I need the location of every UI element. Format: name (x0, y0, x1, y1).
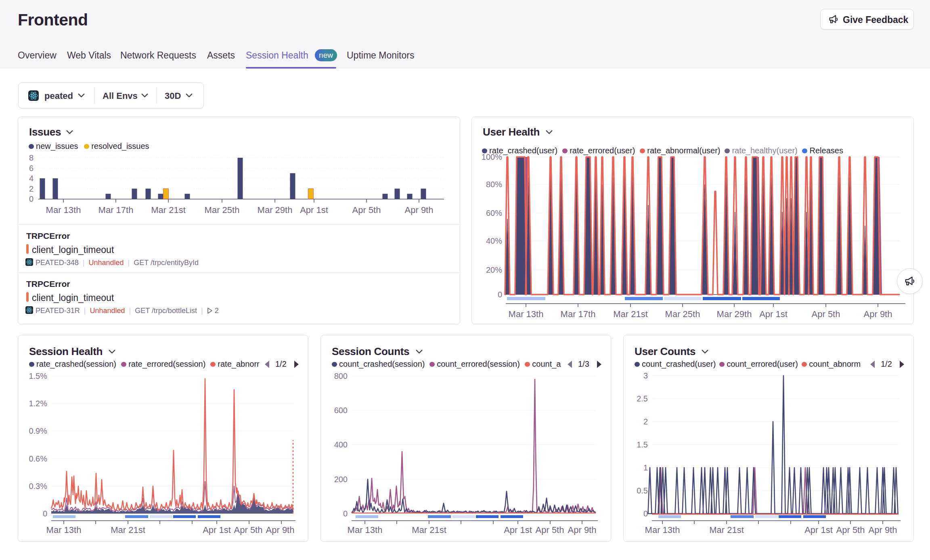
svg-text:2.5: 2.5 (637, 394, 648, 403)
svg-text:2: 2 (643, 417, 648, 426)
svg-text:Apr 5th: Apr 5th (812, 309, 840, 319)
svg-text:20%: 20% (486, 265, 502, 274)
svg-text:Mar 25th: Mar 25th (665, 309, 700, 319)
svg-text:Mar 21st: Mar 21st (613, 309, 648, 319)
svg-text:Apr 9th: Apr 9th (864, 309, 892, 319)
svg-text:Mar 21st: Mar 21st (709, 525, 744, 535)
svg-text:8: 8 (29, 153, 34, 162)
svg-text:1.2%: 1.2% (29, 399, 47, 408)
svg-text:Mar 29th: Mar 29th (717, 309, 752, 319)
svg-text:Apr 9th: Apr 9th (266, 525, 295, 535)
svg-text:Mar 13th: Mar 13th (46, 525, 82, 535)
svg-text:200: 200 (334, 475, 348, 484)
svg-text:Apr 5th: Apr 5th (352, 205, 381, 215)
svg-text:0: 0 (343, 509, 348, 518)
svg-text:4: 4 (29, 174, 34, 183)
svg-text:Mar 17th: Mar 17th (561, 309, 596, 319)
svg-text:40%: 40% (486, 236, 502, 245)
svg-text:Apr 1st: Apr 1st (203, 525, 231, 535)
svg-text:Apr 1st: Apr 1st (759, 309, 788, 319)
svg-text:3: 3 (643, 371, 648, 380)
svg-text:800: 800 (334, 372, 348, 380)
svg-text:1: 1 (643, 463, 648, 472)
svg-text:6: 6 (29, 164, 34, 173)
svg-text:Mar 17th: Mar 17th (98, 205, 134, 215)
svg-text:Mar 21st: Mar 21st (111, 525, 145, 535)
svg-text:0: 0 (29, 194, 34, 203)
svg-text:Mar 13th: Mar 13th (645, 525, 680, 535)
svg-text:Mar 21st: Mar 21st (151, 205, 186, 215)
svg-text:0.9%: 0.9% (29, 426, 47, 435)
svg-text:Apr 5th: Apr 5th (836, 525, 865, 535)
svg-text:Apr 5th: Apr 5th (536, 525, 564, 535)
svg-text:2: 2 (29, 184, 34, 193)
svg-text:Mar 21st: Mar 21st (412, 525, 446, 535)
svg-text:1.5: 1.5 (637, 440, 648, 449)
svg-text:Apr 1st: Apr 1st (504, 525, 532, 535)
svg-text:0.5: 0.5 (637, 486, 648, 495)
svg-text:Mar 13th: Mar 13th (348, 525, 383, 535)
svg-text:80%: 80% (486, 180, 502, 189)
svg-text:600: 600 (334, 406, 348, 415)
svg-text:Mar 29th: Mar 29th (258, 205, 293, 215)
svg-text:Apr 5th: Apr 5th (234, 525, 263, 535)
svg-text:0: 0 (498, 290, 502, 299)
svg-text:0.6%: 0.6% (29, 454, 47, 463)
svg-text:Apr 1st: Apr 1st (804, 525, 833, 535)
svg-text:Mar 13th: Mar 13th (46, 205, 81, 215)
svg-text:Apr 9th: Apr 9th (405, 205, 434, 215)
svg-text:Mar 25th: Mar 25th (205, 205, 240, 215)
svg-text:400: 400 (334, 440, 348, 449)
svg-text:0: 0 (43, 509, 47, 518)
svg-text:Mar 13th: Mar 13th (509, 309, 544, 319)
svg-text:Apr 9th: Apr 9th (568, 525, 597, 535)
svg-text:Apr 9th: Apr 9th (869, 525, 897, 535)
svg-text:60%: 60% (486, 209, 502, 217)
svg-text:1.5%: 1.5% (29, 372, 47, 380)
svg-text:0: 0 (643, 509, 648, 518)
svg-text:100%: 100% (482, 153, 502, 161)
svg-text:Apr 1st: Apr 1st (300, 205, 328, 215)
svg-text:0.3%: 0.3% (29, 482, 47, 491)
